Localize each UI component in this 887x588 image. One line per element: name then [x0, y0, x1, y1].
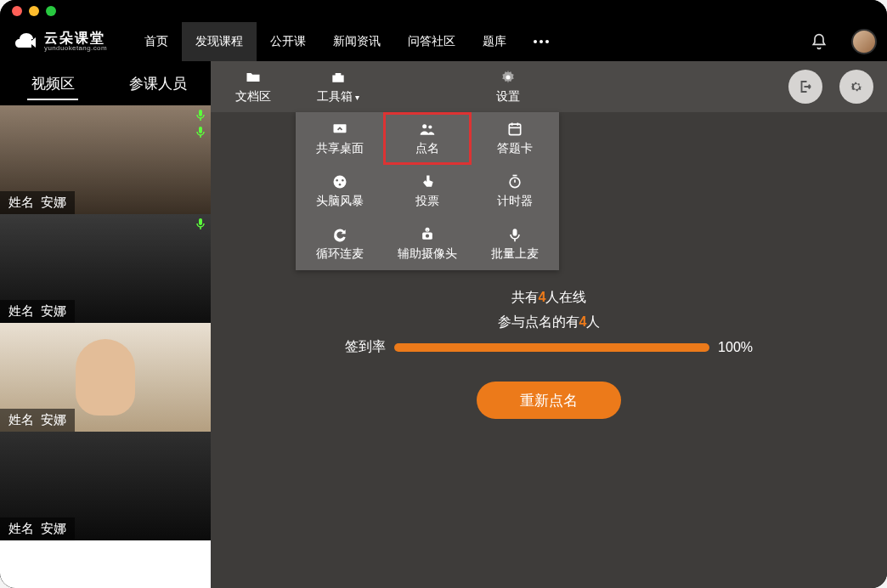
touch-icon — [419, 173, 436, 190]
close-icon[interactable] — [12, 6, 22, 16]
share-screen-icon — [331, 121, 348, 138]
svg-point-18 — [336, 179, 338, 182]
notification-icon[interactable] — [811, 33, 828, 50]
tab-video[interactable]: 视频区 — [0, 61, 105, 105]
toolbox-answer-card[interactable]: 答题卡 — [472, 112, 559, 165]
exit-button[interactable] — [788, 70, 822, 104]
svg-point-0 — [534, 40, 537, 43]
svg-rect-3 — [199, 110, 202, 116]
gear-icon — [500, 69, 517, 86]
camera-plus-icon: + — [419, 226, 436, 243]
nav-items: 首页 发现课程 公开课 新闻资讯 问答社区 题库 — [131, 22, 562, 61]
toolbox-vote[interactable]: 投票 — [383, 165, 471, 218]
name-overlay: 姓名 安娜 — [0, 409, 75, 432]
gear-icon — [849, 79, 864, 94]
mic-icon[interactable] — [194, 218, 207, 231]
mic-up-icon — [506, 226, 523, 243]
top-nav: 云朵课堂 yunduoketang.com 首页 发现课程 公开课 新闻资讯 问… — [0, 22, 887, 61]
toolbox-timer[interactable]: 计时器 — [472, 165, 559, 218]
refresh-icon — [331, 226, 348, 243]
progress-bar — [394, 343, 709, 352]
online-count-line: 共有4人在线 — [511, 289, 587, 307]
svg-point-11 — [422, 124, 427, 128]
logo-icon — [15, 32, 39, 51]
nav-news[interactable]: 新闻资讯 — [319, 22, 394, 61]
logo-text: 云朵课堂 — [44, 31, 107, 45]
tab-participants[interactable]: 参课人员 — [105, 61, 211, 105]
logout-icon — [798, 79, 813, 94]
people-icon — [419, 121, 436, 138]
svg-point-21 — [510, 178, 520, 188]
folder-icon — [245, 69, 262, 86]
tool-toolbox[interactable]: 工具箱 — [296, 61, 381, 112]
settings-button[interactable] — [839, 70, 873, 104]
nav-home[interactable]: 首页 — [131, 22, 182, 61]
toolbox-dropdown: 共享桌面 点名 答题卡 头脑风暴 投票 计时器 循环连麦 + 辅助摄像头 — [296, 112, 559, 270]
calendar-icon — [506, 121, 523, 138]
minimize-icon[interactable] — [29, 6, 39, 16]
window-titlebar — [0, 0, 887, 22]
nav-public[interactable]: 公开课 — [257, 22, 319, 61]
toolbox-icon — [330, 69, 347, 86]
nav-more-icon[interactable] — [520, 22, 562, 61]
toolbox-aux-camera[interactable]: + 辅助摄像头 — [383, 218, 471, 270]
name-overlay: 姓名 安娜 — [0, 517, 75, 540]
toolbox-cycle-mic[interactable]: 循环连麦 — [296, 218, 383, 270]
toolbox-roll-call[interactable]: 点名 — [383, 112, 471, 165]
svg-point-17 — [333, 176, 346, 189]
svg-point-1 — [540, 40, 543, 43]
sidebar: 视频区 参课人员 姓名 安娜 — [0, 61, 211, 588]
video-tile[interactable] — [0, 540, 211, 588]
name-overlay: 姓名 安娜 — [0, 300, 75, 323]
restart-rollcall-button[interactable]: 重新点名 — [477, 382, 621, 419]
video-tile[interactable]: 姓名 安娜 — [0, 214, 211, 323]
tool-settings[interactable]: 设置 — [466, 61, 551, 112]
app-window: 云朵课堂 yunduoketang.com 首页 发现课程 公开课 新闻资讯 问… — [0, 0, 887, 588]
logo-subtext: yunduoketang.com — [44, 45, 107, 52]
clock-icon — [506, 173, 523, 190]
video-tile[interactable]: 姓名 安娜 — [0, 432, 211, 540]
maximize-icon[interactable] — [46, 6, 56, 16]
svg-point-20 — [338, 184, 341, 186]
toolbox-share-screen[interactable]: 共享桌面 — [296, 112, 383, 165]
svg-rect-7 — [199, 218, 202, 225]
nav-bank[interactable]: 题库 — [469, 22, 520, 61]
sidebar-tabs: 视频区 参课人员 — [0, 61, 211, 105]
svg-point-2 — [545, 40, 549, 43]
main-toolbar: 文档区 工具箱 设置 — [211, 61, 887, 112]
logo[interactable]: 云朵课堂 yunduoketang.com — [15, 31, 107, 52]
signin-progress: 签到率 100% — [345, 338, 753, 356]
video-thumbnail — [0, 540, 211, 588]
video-tile[interactable]: 姓名 安娜 — [0, 323, 211, 432]
rollcall-panel: 共有4人在线 参与点名的有4人 签到率 100% 重新点名 — [211, 289, 887, 419]
nav-qa[interactable]: 问答社区 — [394, 22, 469, 61]
svg-point-19 — [342, 179, 344, 182]
mic-icon[interactable] — [194, 109, 207, 122]
tool-doc-area[interactable]: 文档区 — [211, 61, 296, 112]
svg-rect-28 — [513, 229, 517, 235]
nav-discover[interactable]: 发现课程 — [182, 22, 257, 61]
svg-point-12 — [428, 125, 432, 128]
svg-rect-13 — [510, 124, 521, 135]
toolbox-bulk-mic[interactable]: 批量上麦 — [472, 218, 559, 270]
mic-icon[interactable] — [194, 126, 207, 139]
svg-point-25 — [426, 235, 429, 238]
avatar[interactable] — [851, 29, 877, 54]
video-feed: 姓名 安娜 姓名 安娜 — [0, 105, 211, 588]
svg-rect-5 — [199, 127, 202, 133]
video-tile[interactable]: 姓名 安娜 — [0, 105, 211, 214]
name-overlay: 姓名 安娜 — [0, 191, 75, 214]
film-icon — [331, 173, 348, 190]
rollcall-count-line: 参与点名的有4人 — [498, 314, 601, 331]
toolbox-brainstorm[interactable]: 头脑风暴 — [296, 165, 383, 218]
